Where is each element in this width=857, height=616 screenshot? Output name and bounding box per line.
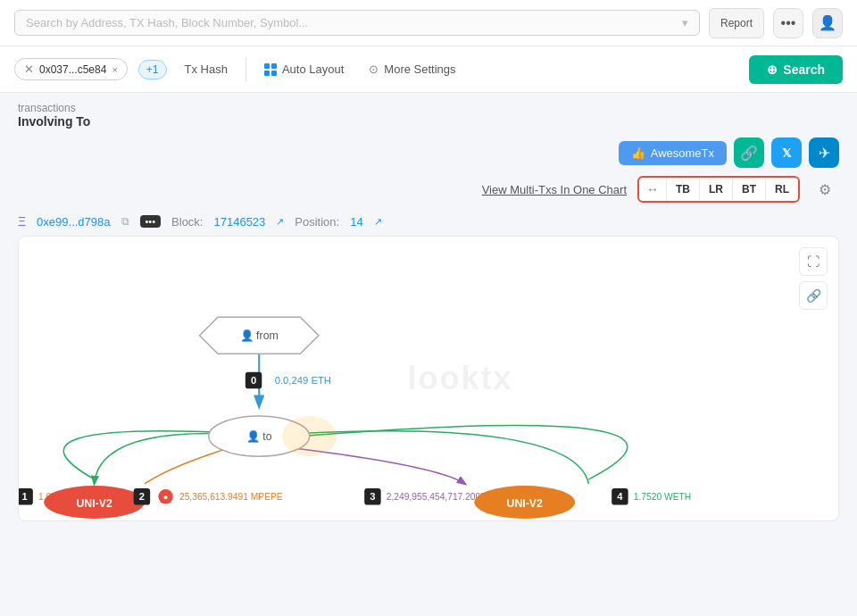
svg-text:UNI-V2: UNI-V2 <box>507 497 543 510</box>
awesometx-button[interactable]: 👍 AwesomeTx <box>619 141 727 165</box>
auto-layout-button[interactable]: Auto Layout <box>257 59 351 79</box>
more-settings-label: More Settings <box>384 62 455 76</box>
svg-text:2: 2 <box>139 491 145 502</box>
layout-selector: ↔ TB LR BT RL <box>637 176 800 203</box>
tx-hash-link[interactable]: 0xe99...d798a <box>37 215 110 229</box>
thumbs-up-icon: 👍 <box>631 146 645 160</box>
link-icon: 🔗 <box>806 288 821 303</box>
more-settings-button[interactable]: ⊙ More Settings <box>362 59 462 79</box>
breadcrumb-bar: transactions Involving To <box>0 93 857 137</box>
search-placeholder: Search by Address, TX Hash, Block Number… <box>26 16 308 29</box>
view-controls-row: View Multi-Txs In One Chart ↔ TB LR BT R… <box>0 175 857 211</box>
copy-icon[interactable]: ⧉ <box>121 215 129 228</box>
plus-badge[interactable]: +1 <box>138 60 167 79</box>
social-row: 👍 AwesomeTx 🔗 𝕏 ✈ <box>0 137 857 175</box>
twitter-icon: 𝕏 <box>782 146 791 160</box>
expand-chart-button[interactable]: ⛶ <box>799 247 828 276</box>
position-label: Position: <box>295 215 339 229</box>
top-search-bar: Search by Address, TX Hash, Block Number… <box>0 0 857 46</box>
svg-text:UNI-V2: UNI-V2 <box>76 497 112 510</box>
block-external-link-icon[interactable]: ↗ <box>276 216 284 228</box>
svg-text:25,365,613.9491 MPEPE: 25,365,613.9491 MPEPE <box>179 492 283 502</box>
tag-close-x[interactable]: × <box>112 64 117 75</box>
tx-hash-label: Tx Hash <box>178 59 235 79</box>
layout-lr-button[interactable]: LR <box>700 179 733 200</box>
svg-text:3: 3 <box>370 491 375 502</box>
auto-layout-label: Auto Layout <box>282 62 344 76</box>
position-external-link-icon[interactable]: ↗ <box>374 216 382 228</box>
avatar: 👤 <box>812 8 843 38</box>
layout-arrow-button[interactable]: ↔ <box>639 178 667 201</box>
svg-text:●: ● <box>163 493 169 502</box>
search-icon: ⊕ <box>767 62 778 77</box>
share-icon: 🔗 <box>740 145 758 162</box>
chart-actions: ⛶ 🔗 <box>799 247 828 310</box>
layout-rl-button[interactable]: RL <box>766 179 798 200</box>
flow-chart-svg: 👤 from 0 0.0,249 ETH 👤 to 1 1.0716 WETH … <box>19 237 838 520</box>
telegram-icon: ✈ <box>819 145 830 162</box>
share-button[interactable]: 🔗 <box>734 137 764 168</box>
filter-bar: ✕ 0x037...c5e84 × +1 Tx Hash Auto Layout… <box>0 46 857 93</box>
eth-icon: Ξ <box>18 214 26 229</box>
layout-tb-button[interactable]: TB <box>667 179 700 200</box>
breadcrumb-involving-to: Involving To <box>18 114 839 129</box>
svg-text:1.7520 WETH: 1.7520 WETH <box>634 492 691 502</box>
tag-address: 0x037...c5e84 <box>39 63 106 76</box>
svg-text:0: 0 <box>251 375 256 386</box>
address-tag-chip[interactable]: ✕ 0x037...c5e84 × <box>14 58 128 80</box>
breadcrumb-transactions: transactions <box>18 102 839 114</box>
tag-close-icon[interactable]: ✕ <box>24 62 34 76</box>
report-button[interactable]: Report <box>709 8 764 38</box>
search-label: Search <box>783 62 825 77</box>
search-button[interactable]: ⊕ Search <box>749 55 843 84</box>
settings-circle-icon: ⊙ <box>369 62 379 76</box>
chart-area: looktx <box>18 236 839 521</box>
top-search-input[interactable]: Search by Address, TX Hash, Block Number… <box>14 10 700 36</box>
link-chart-button[interactable]: 🔗 <box>799 281 828 310</box>
awesometx-label: AwesomeTx <box>651 146 714 160</box>
svg-text:0.0,249 ETH: 0.0,249 ETH <box>275 375 331 386</box>
block-number-link[interactable]: 17146523 <box>213 215 265 229</box>
svg-text:👤 to: 👤 to <box>246 429 272 444</box>
block-label: Block: <box>171 215 203 229</box>
divider <box>245 57 246 82</box>
layout-bt-button[interactable]: BT <box>733 179 766 200</box>
view-multi-txs-link[interactable]: View Multi-Txs In One Chart <box>482 183 627 196</box>
twitter-button[interactable]: 𝕏 <box>771 137 802 168</box>
svg-text:4: 4 <box>617 491 623 502</box>
auto-layout-icon <box>264 63 277 76</box>
position-value: 14 <box>350 215 362 229</box>
svg-point-8 <box>282 416 337 456</box>
tx-info-row: Ξ 0xe99...d798a ⧉ ••• Block: 17146523 ↗ … <box>0 211 857 236</box>
more-dots-button[interactable]: ••• <box>140 215 162 228</box>
telegram-button[interactable]: ✈ <box>809 137 839 168</box>
svg-text:1: 1 <box>21 491 27 502</box>
svg-text:👤 from: 👤 from <box>240 329 279 343</box>
dots-button[interactable]: ••• <box>773 8 803 38</box>
chart-settings-button[interactable]: ⚙ <box>811 175 839 204</box>
expand-icon: ⛶ <box>807 254 820 269</box>
